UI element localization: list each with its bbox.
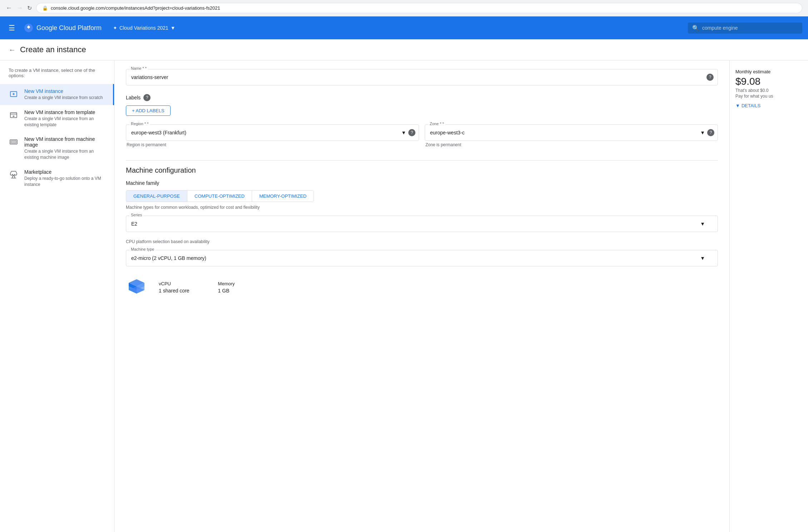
sidebar-item-new-vm-title: New VM instance (24, 88, 105, 94)
region-field-group: Region * europe-west3 (Frankfurt) ▼ ? Re… (126, 124, 419, 147)
memory-label: Memory (218, 281, 235, 286)
sidebar-item-marketplace-title: Marketplace (24, 169, 105, 175)
zone-field-group: Zone * europe-west3-c ▼ ? Zone is perman… (425, 124, 718, 147)
sidebar-item-vm-template[interactable]: New VM instance from template Create a s… (0, 105, 114, 132)
sidebar-intro: To create a VM instance, select one of t… (0, 68, 114, 84)
reload-icon[interactable]: ↻ (27, 5, 32, 11)
url-bar[interactable]: console.cloud.google.com/compute/instanc… (51, 5, 220, 11)
machine-type-label: Machine type (129, 247, 156, 251)
name-field-group: Name * ? (126, 69, 718, 85)
vm-machine-image-icon (9, 137, 19, 147)
monthly-estimate-price: $9.08 (735, 76, 802, 87)
add-labels-button[interactable]: + ADD LABELS (126, 105, 171, 116)
right-panel: Monthly estimate $9.08 That's about $0.0… (729, 60, 808, 532)
region-label: Region * (129, 122, 150, 126)
vm-template-icon (9, 110, 19, 120)
name-help-icon[interactable]: ? (706, 74, 714, 81)
logo: Google Cloud Platform (24, 23, 102, 33)
vcpu-col: vCPU 1 shared core (159, 281, 189, 294)
tab-general-purpose[interactable]: GENERAL-PURPOSE (126, 191, 187, 202)
machine-family-label: Machine family (126, 180, 718, 186)
sidebar-item-vm-machine-image[interactable]: New VM instance from machine image Creat… (0, 132, 114, 165)
project-selector[interactable]: ✦ Cloud Variations 2021 ▼ (113, 25, 176, 31)
sidebar-item-marketplace[interactable]: Marketplace Deploy a ready-to-go solutio… (0, 165, 114, 192)
back-nav-icon[interactable]: ← (6, 4, 12, 12)
sidebar-item-marketplace-desc: Deploy a ready-to-go solution onto a VM … (24, 176, 105, 188)
content-area: Name * ? Labels ? + ADD LABELS Region * (114, 60, 729, 532)
region-help-icon[interactable]: ? (408, 129, 415, 136)
lock-icon: 🔒 (42, 5, 48, 11)
vcpu-label: vCPU (159, 281, 189, 286)
search-input[interactable] (702, 25, 798, 31)
search-bar[interactable]: 🔍 (688, 23, 802, 34)
machine-family-tabs: GENERAL-PURPOSE COMPUTE-OPTIMIZED MEMORY… (126, 190, 314, 202)
series-select[interactable]: E2 (126, 216, 718, 232)
vcpu-value: 1 shared core (159, 288, 189, 294)
machine-visual-row: vCPU 1 shared core Memory 1 GB (126, 274, 718, 301)
tab-memory-optimized[interactable]: MEMORY-OPTIMIZED (252, 191, 314, 202)
machine-type-field-group: Machine type e2-micro (2 vCPU, 1 GB memo… (126, 250, 718, 266)
series-group: Series E2 ▼ (126, 216, 718, 232)
labels-label: Labels (126, 95, 141, 100)
marketplace-icon (9, 170, 19, 180)
labels-section: Labels ? + ADD LABELS (126, 94, 718, 116)
sidebar-item-new-vm[interactable]: New VM instance Create a single VM insta… (0, 84, 114, 105)
back-button[interactable]: ← (9, 46, 16, 54)
project-dropdown-icon: ▼ (171, 25, 176, 31)
project-name: Cloud Variations 2021 (119, 25, 168, 31)
labels-help-icon[interactable]: ? (143, 94, 151, 101)
project-icon: ✦ (113, 25, 117, 31)
sidebar: To create a VM instance, select one of t… (0, 60, 114, 532)
region-note: Region is permanent (126, 142, 419, 147)
stack-layers-icon (126, 276, 147, 298)
sidebar-item-new-vm-desc: Create a single VM instance from scratch (24, 95, 105, 101)
name-input[interactable] (126, 69, 718, 85)
monthly-estimate-sub: That's about $0.0 (735, 88, 802, 93)
machine-type-select[interactable]: e2-micro (2 vCPU, 1 GB memory) (126, 250, 718, 266)
add-labels-btn-text: + ADD LABELS (132, 108, 164, 113)
cpu-note: CPU platform selection based on availabi… (126, 239, 718, 244)
region-zone-row: Region * europe-west3 (Frankfurt) ▼ ? Re… (126, 124, 718, 154)
details-chevron-icon: ▼ (735, 103, 740, 108)
sidebar-item-vm-template-title: New VM instance from template (24, 109, 105, 115)
gcp-logo-icon (24, 23, 34, 33)
page-header: ← Create an instance (0, 39, 808, 60)
search-icon: 🔍 (692, 25, 699, 31)
name-field-label: Name * (129, 66, 148, 70)
series-label: Series (129, 213, 143, 217)
region-select[interactable]: europe-west3 (Frankfurt) (126, 124, 419, 141)
sidebar-item-vm-machine-image-desc: Create a single VM instance from an exis… (24, 148, 105, 161)
machine-config-section: Machine configuration Machine family GEN… (126, 166, 718, 301)
memory-col: Memory 1 GB (218, 281, 235, 294)
details-link-text: DETAILS (742, 103, 760, 108)
monthly-estimate-label: Monthly estimate (735, 69, 802, 74)
vcpu-memory-group: vCPU 1 shared core Memory 1 GB (159, 281, 235, 294)
logo-text: Google Cloud Platform (36, 24, 102, 32)
sidebar-item-vm-machine-image-title: New VM instance from machine image (24, 136, 105, 148)
monthly-estimate-pay: Pay for what you us (735, 94, 802, 99)
zone-help-icon[interactable]: ? (707, 129, 714, 136)
zone-label: Zone * (428, 122, 445, 126)
machine-tab-desc: Machine types for common workloads, opti… (126, 205, 718, 210)
zone-select[interactable]: europe-west3-c (425, 124, 718, 141)
forward-nav-icon[interactable]: → (16, 4, 23, 12)
page-title: Create an instance (20, 45, 86, 54)
series-field-group: Series E2 ▼ (126, 216, 718, 232)
tab-compute-optimized[interactable]: COMPUTE-OPTIMIZED (187, 191, 252, 202)
menu-icon[interactable]: ☰ (6, 21, 18, 35)
sidebar-item-vm-template-desc: Create a single VM instance from an exis… (24, 116, 105, 128)
memory-value: 1 GB (218, 288, 235, 294)
new-vm-icon (9, 89, 19, 99)
details-link[interactable]: ▼ DETAILS (735, 103, 802, 108)
zone-note: Zone is permanent (425, 142, 718, 147)
machine-config-title: Machine configuration (126, 166, 718, 174)
